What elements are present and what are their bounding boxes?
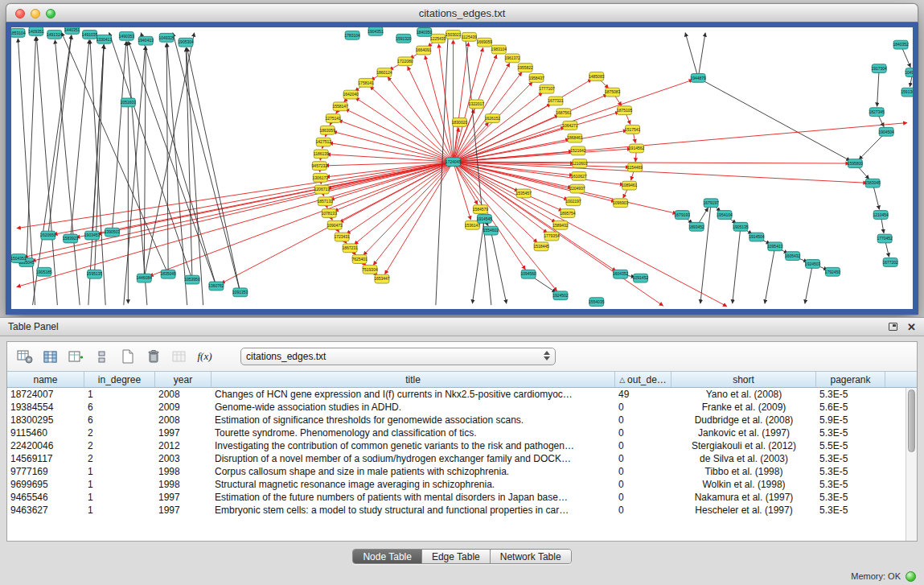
table-row[interactable]: 946554611997Estimation of the future num…	[7, 491, 906, 504]
graph-node[interactable]: 1954104	[717, 211, 733, 220]
graph-node[interactable]: 1605432	[785, 252, 801, 261]
graph-node[interactable]: 1770452	[877, 234, 893, 243]
graph-node[interactable]: 1518445	[533, 242, 549, 251]
graph-node[interactable]: 1961372	[505, 54, 521, 63]
table-row[interactable]: 1830029562008Estimation of significance …	[7, 414, 906, 426]
graph-node[interactable]: 1860124	[376, 68, 392, 77]
graph-node[interactable]: 1485083	[589, 72, 605, 81]
graph-node[interactable]: 1554602	[483, 226, 499, 235]
show-columns-icon[interactable]	[39, 346, 61, 367]
graph-node[interactable]: 1944879	[691, 74, 707, 83]
graph-node[interactable]: 1893452	[689, 222, 705, 231]
graph-node[interactable]: 1096903	[613, 199, 629, 208]
graph-node[interactable]: 1558147	[332, 102, 348, 111]
graph-node[interactable]: 1554035	[589, 298, 605, 307]
graph-node[interactable]: 1895754	[560, 209, 576, 218]
graph-node[interactable]: 1863059	[320, 126, 336, 134]
zoom-window-button[interactable]	[46, 9, 55, 19]
graph-node[interactable]: 1955822	[517, 64, 533, 72]
graph-node[interactable]: 1669059	[477, 38, 493, 47]
graph-node[interactable]: 1490353	[119, 31, 135, 40]
graph-node[interactable]: 1064271	[562, 122, 578, 130]
close-panel-icon[interactable]: ✕	[907, 322, 916, 332]
graph-node[interactable]: 1840352	[893, 40, 909, 49]
graph-node[interactable]: 1390503	[105, 228, 121, 237]
table-mode-icon[interactable]	[14, 346, 35, 367]
graph-node[interactable]: 1154469	[627, 163, 643, 172]
table-row[interactable]: 911546021997Tourette syndrome. Phenomeno…	[7, 426, 906, 439]
graph-node[interactable]: 1210454	[873, 211, 889, 220]
graph-node[interactable]: 1002197	[565, 197, 581, 206]
graph-node[interactable]: 1049352	[905, 68, 913, 77]
graph-node[interactable]: 1835045	[160, 270, 176, 278]
table-row[interactable]: 946362711997Embryonic stem cells: a mode…	[7, 504, 906, 517]
table-selector-dropdown[interactable]: citations_edges.txt	[240, 348, 556, 365]
graph-node[interactable]: 1664091	[416, 46, 432, 55]
graph-node[interactable]: 1610627	[571, 171, 587, 180]
float-panel-icon[interactable]	[889, 323, 897, 331]
graph-node[interactable]: 2051603	[121, 98, 137, 107]
graph-node[interactable]: 1914562	[629, 144, 645, 153]
create-column-icon[interactable]	[65, 346, 87, 367]
table-row[interactable]: 1872400712008Changes of HCN gene express…	[7, 388, 906, 401]
tab-edge-table[interactable]: Edge Table	[422, 550, 491, 563]
graph-node[interactable]: 1306173	[313, 173, 329, 182]
table-vertical-scrollbar[interactable]	[906, 388, 917, 541]
graph-node[interactable]: 2620650	[40, 231, 56, 240]
column-header-short[interactable]: short	[671, 372, 816, 387]
graph-node[interactable]: 1210603	[572, 159, 588, 168]
scrollbar-thumb[interactable]	[908, 389, 915, 452]
graph-node[interactable]: 1186139	[314, 150, 329, 159]
graph-node[interactable]: 1049325	[158, 33, 175, 42]
graph-node[interactable]: 1758141	[358, 78, 374, 87]
graph-node[interactable]: 1090473	[327, 220, 343, 229]
graph-node[interactable]: 1867231	[342, 244, 358, 253]
graph-node[interactable]: 1827345	[869, 108, 885, 117]
graph-node[interactable]: 1783104	[344, 31, 360, 39]
graph-node[interactable]: 1595800	[848, 159, 864, 168]
new-table-icon[interactable]	[117, 346, 138, 367]
graph-node[interactable]: 2204937	[569, 184, 585, 193]
graph-node[interactable]: 1491035	[82, 30, 98, 39]
graph-node[interactable]: 1517541	[625, 125, 641, 134]
graph-node[interactable]: 1504351	[11, 254, 27, 263]
graph-node[interactable]: 1914545	[477, 215, 493, 224]
graph-node[interactable]: 1722080	[397, 57, 413, 66]
table-row[interactable]: 969969511998Structural magnetic resonanc…	[7, 478, 906, 491]
graph-node[interactable]: 1440351	[64, 27, 80, 34]
minimize-window-button[interactable]	[31, 9, 40, 19]
graph-node[interactable]: 1521642	[570, 146, 586, 155]
graph-node[interactable]: 1868461	[567, 134, 583, 142]
graph-node[interactable]: 9457232	[312, 162, 328, 171]
delete-icon[interactable]	[142, 346, 164, 367]
graph-node[interactable]: 1914504	[749, 233, 765, 241]
graph-node[interactable]: 1225439	[430, 34, 446, 43]
graph-node[interactable]: 1940413	[138, 36, 154, 45]
graph-node[interactable]: 1078133	[322, 209, 338, 218]
graph-node[interactable]: 1360762	[208, 282, 224, 290]
column-header-out_de[interactable]: △out_de…	[615, 372, 671, 387]
graph-node[interactable]: 1589432	[552, 220, 569, 229]
graph-node[interactable]: 1427512	[316, 138, 332, 146]
graph-node[interactable]: 7519304	[362, 265, 378, 274]
graph-node[interactable]: 1491324	[47, 30, 63, 39]
graph-node[interactable]: 1840350	[417, 27, 433, 36]
graph-node[interactable]: 1924503	[805, 260, 821, 269]
graph-node[interactable]: 1875105	[617, 106, 633, 115]
graph-node[interactable]: 1723431	[334, 233, 350, 241]
graph-node[interactable]: 1958437	[528, 74, 544, 83]
graph-node[interactable]: 1322017	[469, 100, 485, 109]
column-header-year[interactable]: year	[155, 372, 211, 387]
graph-node[interactable]: 1905304	[178, 38, 194, 47]
graph-node[interactable]: 1503021	[446, 30, 462, 39]
network-graph-canvas[interactable]: 1724045122543916640911722080186012417581…	[11, 27, 913, 309]
graph-node[interactable]: 1053950	[184, 275, 200, 284]
graph-node[interactable]: 1626152	[485, 114, 501, 123]
graph-node[interactable]: 7625401	[351, 255, 368, 264]
graph-node[interactable]: 1917304	[872, 64, 888, 73]
graph-node[interactable]: 1591305	[901, 88, 913, 97]
graph-node[interactable]: 1091353	[232, 288, 248, 297]
graph-node[interactable]: 1535457	[515, 189, 532, 198]
graph-node[interactable]: 1094560	[520, 270, 536, 278]
graph-node[interactable]: 1583045	[865, 179, 881, 187]
